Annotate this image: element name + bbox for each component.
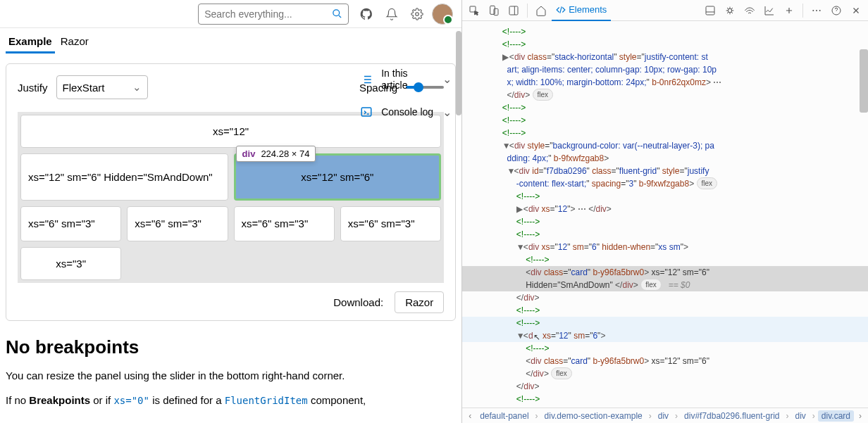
tree-line[interactable]: </div> flex (462, 367, 868, 380)
tree-line[interactable]: <div class="card" b-y96fa5brw0> xs="12" … (462, 266, 868, 279)
tree-line[interactable]: <!----> (462, 38, 868, 51)
tree-line[interactable]: ▶<div class="stack-horizontal" style="ju… (462, 51, 868, 63)
gear-icon[interactable] (407, 4, 428, 25)
tree-line[interactable]: dding: 4px;" b-9fxwfzgab8> (462, 152, 868, 165)
avatar[interactable] (432, 4, 453, 25)
text-bold: Breakpoints (29, 394, 90, 406)
breadcrumb-item[interactable]: div (792, 410, 810, 422)
tooltip-dimensions: 224.28 × 74 (261, 149, 309, 159)
doc-paragraph: If no Breakpoints or if xs="0" is define… (6, 393, 456, 408)
chevron-down-icon: ⌄ (132, 81, 142, 94)
breadcrumb-item[interactable]: default-panel (476, 410, 532, 422)
tree-line[interactable]: <div class="card" b-y96fa5brw0> xs="12" … (462, 355, 868, 367)
text: component, (308, 394, 366, 406)
search-icon[interactable] (332, 8, 342, 19)
tree-line[interactable]: <!----> (462, 215, 868, 228)
more-icon[interactable] (807, 1, 826, 20)
console-icon (360, 106, 374, 118)
tree-line[interactable]: <!----> (462, 114, 868, 127)
tree-line[interactable]: <!----> (462, 304, 868, 317)
tabs: Example Razor (6, 28, 456, 53)
code-inline: FluentGridItem (225, 395, 308, 406)
tooltip-tagname: div (242, 149, 256, 159)
search-input[interactable] (204, 8, 328, 20)
debug-icon[interactable] (721, 1, 739, 20)
chevron-down-icon: ⌄ (442, 72, 452, 86)
tree-line[interactable]: art; align-items: center; column-gap: 10… (462, 63, 868, 76)
tree-line[interactable]: <!----> (462, 317, 868, 329)
dock-icon[interactable] (504, 1, 523, 20)
elements-tab[interactable]: Elements (552, 0, 611, 21)
tree-line[interactable]: <!----> (462, 25, 868, 38)
close-icon[interactable] (847, 1, 865, 20)
network-conditions-icon[interactable] (740, 1, 759, 20)
tree-line[interactable]: <!----> (462, 228, 868, 241)
svg-point-10 (816, 10, 817, 11)
justify-select[interactable]: FlexStart ⌄ (56, 75, 148, 99)
grid-cell-text: xs="12" sm="6" (301, 171, 373, 183)
tab-example[interactable]: Example (6, 31, 55, 53)
tree-line[interactable]: ▶<div xs="12"> ⋯ </div> (462, 203, 868, 215)
add-tab-icon[interactable] (780, 1, 798, 20)
text: is defined for a (149, 394, 225, 406)
tree-line[interactable]: <!----> (462, 342, 868, 355)
tree-line[interactable]: ▼<d↖ xs="12" sm="6"> (462, 329, 868, 342)
svg-rect-6 (509, 6, 518, 15)
inspect-icon[interactable] (465, 1, 483, 20)
side-column: In this article ⌄ Console log ⌄ (356, 61, 456, 126)
side-label: Console log (381, 106, 435, 118)
download-row: Download: Razor (18, 291, 444, 313)
tree-line[interactable]: <!----> (462, 101, 868, 114)
elements-tree[interactable]: <!----> <!----> ▶<div class="stack-horiz… (462, 21, 868, 408)
device-icon[interactable] (485, 1, 503, 20)
breadcrumb-item[interactable]: div (655, 410, 672, 422)
doc-paragraph: You can resize the panel using the slide… (6, 368, 456, 383)
in-this-article-toggle[interactable]: In this article ⌄ (356, 61, 456, 99)
search-box[interactable] (198, 4, 349, 25)
grid-cell-highlighted: div 224.28 × 74 xs="12" sm="6" (234, 153, 442, 201)
tree-line[interactable]: </div> flex (462, 89, 868, 101)
svg-point-11 (819, 10, 821, 11)
home-icon[interactable] (532, 1, 550, 20)
tree-line[interactable]: <!----> (462, 127, 868, 139)
svg-rect-7 (706, 6, 714, 15)
tree-line[interactable]: <!----> (462, 393, 868, 405)
breadcrumb-sep: › (649, 411, 652, 421)
breadcrumb-item[interactable]: div#f7dba0296.fluent-grid (681, 410, 783, 422)
app-panel: Example Razor Justify FlexStart ⌄ Spacin… (0, 0, 461, 423)
elements-tab-label: Elements (569, 4, 607, 15)
download-razor-button[interactable]: Razor (395, 291, 444, 313)
grid-cell: xs="6" sm="3" (340, 206, 441, 241)
tree-line[interactable]: </div> (462, 291, 868, 304)
side-label: In this article (381, 68, 435, 91)
bell-icon[interactable] (381, 4, 402, 25)
devtools-scrollbar[interactable] (860, 49, 868, 113)
tree-line[interactable]: ▼<div xs="12" sm="6" hidden-when="xs sm"… (462, 241, 868, 253)
github-icon[interactable] (356, 4, 377, 25)
breadcrumb-item[interactable]: div.demo-section-example (541, 410, 646, 422)
console-drawer-icon[interactable] (701, 1, 719, 20)
breadcrumb-item-selected[interactable]: div.card (818, 410, 854, 422)
grid-cell: xs="6" sm="3" (20, 206, 121, 241)
tree-line[interactable]: Hidden="SmAndDown" </div> flex == $0 (462, 279, 868, 291)
tree-line[interactable]: ▼<div style="background-color: var(--neu… (462, 139, 868, 152)
breadcrumb-sep: › (675, 411, 678, 421)
justify-value: FlexStart (63, 82, 105, 94)
content-area: Example Razor Justify FlexStart ⌄ Spacin… (0, 28, 461, 423)
console-log-toggle[interactable]: Console log ⌄ (356, 99, 456, 126)
performance-icon[interactable] (760, 1, 779, 20)
tree-line[interactable]: </div> (462, 380, 868, 393)
tree-line[interactable]: <!----> (462, 405, 868, 408)
tree-line[interactable]: <!----> (462, 190, 868, 203)
tree-line[interactable]: ▼<div id="f7dba0296" class="fluent-grid"… (462, 165, 868, 177)
breadcrumb-next-icon[interactable]: › (857, 411, 864, 421)
devtools-panel: Elements <!----> <!----> ▶<div class="st… (461, 0, 868, 423)
tree-line[interactable]: <!----> (462, 253, 868, 266)
help-icon[interactable] (827, 1, 845, 20)
tab-razor[interactable]: Razor (58, 31, 92, 53)
tree-line[interactable]: x; width: 100%; margin-bottom: 24px;" b-… (462, 76, 868, 89)
breadcrumb-prev-icon[interactable]: ‹ (466, 411, 473, 421)
grid-cell: xs="12" sm="6" Hidden="SmAndDown" (20, 153, 228, 201)
heading-no-breakpoints: No breakpoints (6, 336, 456, 358)
tree-line[interactable]: -content: flex-start;" spacing="3" b-9fx… (462, 177, 868, 190)
